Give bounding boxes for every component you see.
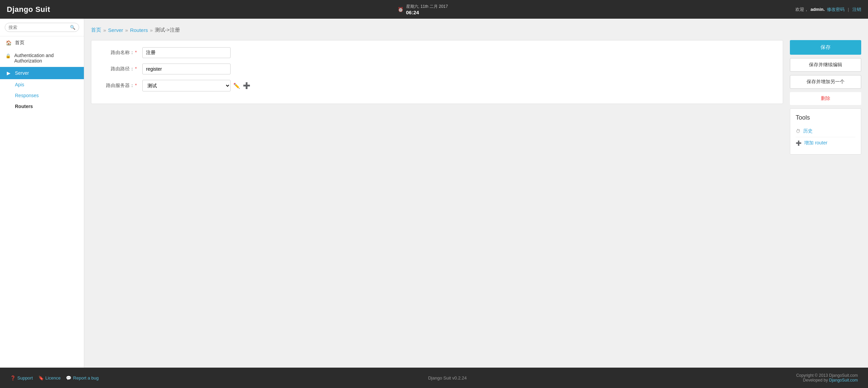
add-router-label: 增加 router — [804, 140, 827, 146]
save-continue-button[interactable]: 保存并继续编辑 — [790, 58, 861, 72]
header-datetime: ⏰ 星期六, 11th 二月 2017 06:24 — [398, 4, 448, 15]
required-marker: * — [135, 50, 137, 55]
footer-right: Copyright © 2013 DjangoSuit.com Develope… — [796, 373, 858, 383]
search-box[interactable]: 🔍 — [5, 23, 79, 32]
clock-icon: ⏰ — [398, 7, 403, 12]
delete-button[interactable]: 删除 — [790, 92, 861, 105]
required-marker-2: * — [135, 66, 137, 71]
sidebar-item-responses[interactable]: Responses — [0, 90, 84, 101]
change-password-link[interactable]: 修改密码 — [827, 6, 845, 13]
layout: 🔍 🏠 首页 🔒 Authentication and Authorizatio… — [0, 19, 868, 368]
sidebar-home-label: 首页 — [15, 40, 24, 46]
footer-version: Django Suit v0.2.24 — [428, 375, 467, 381]
route-name-label: 路由名称：* — [102, 50, 142, 56]
breadcrumb: 首页 » Server » Routers » 测试->注册 — [91, 25, 861, 35]
header: Django Suit ⏰ 星期六, 11th 二月 2017 06:24 欢迎… — [0, 0, 868, 19]
header-date: 星期六, 11th 二月 2017 — [406, 4, 448, 10]
app-logo: Django Suit — [7, 5, 50, 14]
sidebar-item-server[interactable]: ▶ Server — [0, 67, 84, 79]
sidebar-item-routers[interactable]: Routers — [0, 101, 84, 112]
footer-developed-link[interactable]: DjangoSuit.com — [829, 378, 858, 383]
sidebar-nav: 🏠 首页 🔒 Authentication and Authorization … — [0, 36, 84, 368]
support-link[interactable]: ❓ Support — [10, 375, 33, 381]
route-path-label: 路由路径：* — [102, 66, 142, 72]
tools-panel: Tools ⏱ 历史 ➕ 增加 router — [790, 108, 861, 155]
sidebar-item-auth[interactable]: 🔒 Authentication and Authorization — [0, 49, 84, 67]
breadcrumb-current: 测试->注册 — [155, 27, 180, 33]
add-router-icon: ➕ — [796, 140, 801, 146]
footer-links: ❓ Support 🔖 Licence 💬 Report a bug — [10, 375, 99, 381]
breadcrumb-sep-2: » — [125, 27, 128, 33]
responses-label: Responses — [15, 93, 39, 98]
history-label: 历史 — [803, 128, 813, 134]
lock-icon: 🔒 — [5, 53, 11, 58]
admin-name: admin. — [811, 7, 825, 12]
form-row-path: 路由路径：* — [102, 64, 773, 74]
tools-add-router[interactable]: ➕ 增加 router — [796, 137, 855, 149]
sidebar-item-apis[interactable]: Apis — [0, 79, 84, 90]
header-divider: | — [848, 7, 849, 12]
content-area: 路由名称：* 路由路径：* 路由服务器：* — [91, 40, 861, 155]
search-icon: 🔍 — [70, 25, 75, 30]
form-row-name: 路由名称：* — [102, 47, 773, 58]
header-time: 06:24 — [406, 10, 448, 15]
save-add-button[interactable]: 保存并增加另一个 — [790, 75, 861, 89]
search-input[interactable] — [8, 25, 70, 30]
footer-copyright: Copyright © 2013 DjangoSuit.com — [796, 373, 858, 378]
edit-icon[interactable]: ✏️ — [233, 83, 240, 89]
licence-icon: 🔖 — [38, 375, 44, 381]
apis-label: Apis — [15, 82, 24, 87]
logout-link[interactable]: 注销 — [852, 6, 861, 13]
route-path-input[interactable] — [142, 64, 231, 74]
history-icon: ⏱ — [796, 128, 800, 134]
tools-history[interactable]: ⏱ 历史 — [796, 125, 855, 137]
tools-title: Tools — [796, 114, 855, 121]
main-content: 首页 » Server » Routers » 测试->注册 路由名称：* — [84, 19, 868, 368]
support-icon: ❓ — [10, 375, 16, 381]
form-row-server: 路由服务器：* 测试 ✏️ ➕ — [102, 80, 773, 91]
routers-label: Routers — [15, 104, 33, 109]
sidebar-search: 🔍 — [0, 19, 84, 36]
sidebar-server-label: Server — [15, 70, 29, 76]
breadcrumb-sep-1: » — [103, 27, 106, 33]
footer-developed: Developed by DjangoSuit.com — [796, 378, 858, 383]
add-icon[interactable]: ➕ — [243, 82, 250, 89]
required-marker-3: * — [135, 83, 137, 88]
sidebar: 🔍 🏠 首页 🔒 Authentication and Authorizatio… — [0, 19, 84, 368]
report-bug-link[interactable]: 💬 Report a bug — [66, 375, 98, 381]
sidebar-auth-label: Authentication and Authorization — [14, 53, 78, 64]
save-button[interactable]: 保存 — [790, 40, 861, 55]
route-server-select[interactable]: 测试 — [142, 80, 231, 91]
home-icon: 🏠 — [5, 40, 12, 46]
breadcrumb-home[interactable]: 首页 — [91, 27, 101, 33]
route-name-input[interactable] — [142, 47, 231, 58]
form-select-row: 测试 ✏️ ➕ — [142, 80, 250, 91]
bug-icon: 💬 — [66, 375, 71, 381]
breadcrumb-sep-3: » — [150, 27, 152, 33]
breadcrumb-server[interactable]: Server — [108, 27, 123, 33]
right-panel: 保存 保存并继续编辑 保存并增加另一个 删除 Tools ⏱ 历史 ➕ 增加 r… — [790, 40, 861, 155]
sidebar-item-home[interactable]: 🏠 首页 — [0, 36, 84, 49]
breadcrumb-routers[interactable]: Routers — [130, 27, 148, 33]
footer: ❓ Support 🔖 Licence 💬 Report a bug Djang… — [0, 368, 868, 388]
licence-link[interactable]: 🔖 Licence — [38, 375, 61, 381]
route-server-label: 路由服务器：* — [102, 83, 142, 89]
chevron-right-icon: ▶ — [5, 70, 12, 76]
form-panel: 路由名称：* 路由路径：* 路由服务器：* — [91, 40, 783, 104]
header-right: 欢迎， admin. 修改密码 | 注销 — [795, 6, 861, 13]
welcome-text: 欢迎， — [795, 6, 809, 13]
